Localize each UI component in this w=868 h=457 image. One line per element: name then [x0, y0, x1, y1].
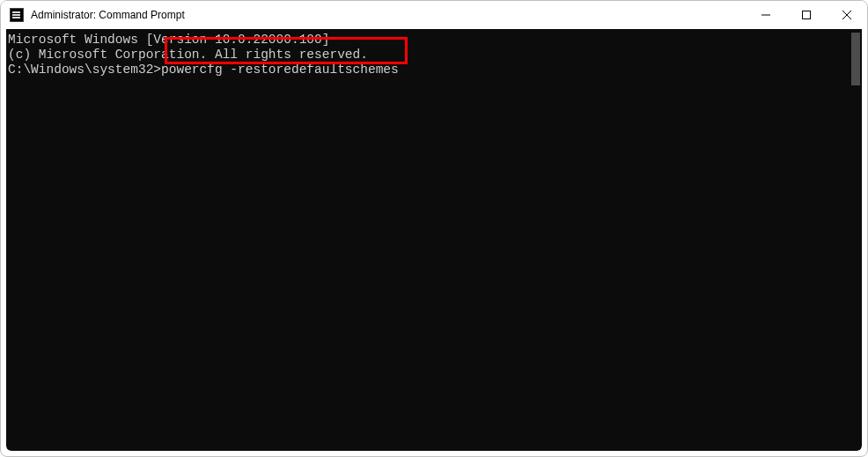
- window-title: Administrator: Command Prompt: [31, 9, 185, 21]
- prompt-text: C:\Windows\system32>: [8, 63, 161, 77]
- scrollbar-thumb[interactable]: [851, 33, 860, 85]
- close-button[interactable]: [827, 1, 867, 29]
- close-icon: [842, 11, 851, 19]
- terminal-area[interactable]: Microsoft Windows [Version 10.0.22000.10…: [6, 29, 862, 451]
- minimize-button[interactable]: [746, 1, 786, 29]
- terminal-prompt-line: C:\Windows\system32>powercfg -restoredef…: [8, 63, 850, 77]
- terminal-line: (c) Microsoft Corporation. All rights re…: [8, 48, 850, 63]
- titlebar-left: Administrator: Command Prompt: [1, 8, 185, 22]
- window-controls: [746, 1, 867, 29]
- command-text: powercfg -restoredefaultschemes: [161, 63, 399, 77]
- minimize-icon: [761, 11, 770, 19]
- terminal-line: Microsoft Windows [Version 10.0.22000.10…: [8, 33, 850, 48]
- maximize-button[interactable]: [786, 1, 827, 29]
- command-prompt-window: Administrator: Command Prompt Micr: [0, 0, 868, 457]
- terminal-content[interactable]: Microsoft Windows [Version 10.0.22000.10…: [6, 29, 850, 451]
- cmd-icon: [10, 8, 24, 22]
- titlebar[interactable]: Administrator: Command Prompt: [1, 1, 867, 29]
- maximize-icon: [802, 11, 811, 19]
- svg-rect-1: [803, 11, 811, 19]
